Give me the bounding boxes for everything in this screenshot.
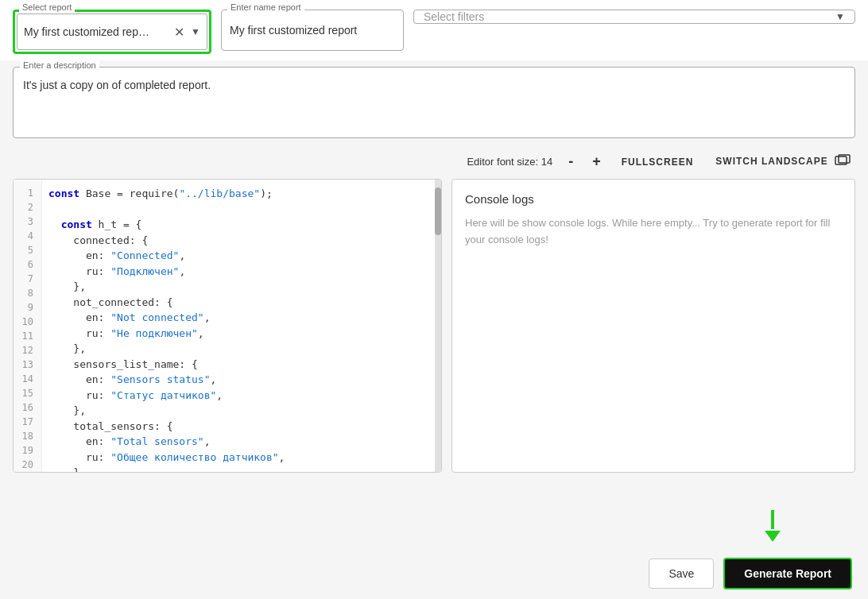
filters-field[interactable]: Select filters ▼ xyxy=(413,10,855,24)
console-panel: Console logs Here will be show console l… xyxy=(451,179,855,473)
filters-group: Select filters ▼ xyxy=(413,10,855,24)
font-decrease-button[interactable]: - xyxy=(565,153,576,170)
save-button[interactable]: Save xyxy=(649,558,714,589)
top-bar: Select report My first customized rep… ✕… xyxy=(0,0,868,60)
name-report-field[interactable]: Enter name report xyxy=(221,10,404,51)
line-numbers: 1 2 3 4 5 6 7 8 9 10 11 12 13 14 15 16 1… xyxy=(14,180,42,472)
arrow-stem xyxy=(771,510,774,529)
description-section: Enter a description It's just a copy on … xyxy=(13,67,855,138)
landscape-button[interactable]: SWITCH LANDSCAPE xyxy=(711,151,855,172)
select-report-label: Select report xyxy=(19,2,75,12)
font-increase-button[interactable]: + xyxy=(589,153,604,170)
name-report-label: Enter name report xyxy=(227,2,304,12)
select-report-group: Select report My first customized rep… ✕… xyxy=(13,10,211,54)
code-content[interactable]: const Base = require("../lib/base"); con… xyxy=(42,180,441,472)
bottom-bar: Save Generate Report xyxy=(0,548,868,599)
name-report-group: Enter name report xyxy=(221,10,404,51)
code-editor[interactable]: 1 2 3 4 5 6 7 8 9 10 11 12 13 14 15 16 1… xyxy=(13,179,442,473)
filters-arrow-icon: ▼ xyxy=(835,11,845,22)
arrow-indicator xyxy=(765,510,781,542)
landscape-icon xyxy=(835,154,851,169)
editor-toolbar: Editor font size: 14 - + FULLSCREEN SWIT… xyxy=(0,145,868,179)
select-report-value: My first customized rep… xyxy=(24,25,171,38)
arrow-down-icon xyxy=(765,531,781,542)
scroll-thumb[interactable] xyxy=(435,187,441,235)
vertical-scrollbar[interactable] xyxy=(435,180,441,472)
description-label: Enter a description xyxy=(20,60,99,70)
select-report-clear-button[interactable]: ✕ xyxy=(171,23,188,41)
select-report-field[interactable]: Select report My first customized rep… ✕… xyxy=(17,14,207,50)
generate-report-button[interactable]: Generate Report xyxy=(723,558,852,589)
font-size-label: Editor font size: 14 xyxy=(467,156,552,168)
select-report-highlight: Select report My first customized rep… ✕… xyxy=(13,10,211,54)
console-empty-message: Here will be show console logs. While he… xyxy=(465,215,842,249)
select-report-dropdown-button[interactable]: ▼ xyxy=(191,26,200,37)
main-area: 1 2 3 4 5 6 7 8 9 10 11 12 13 14 15 16 1… xyxy=(13,179,855,473)
description-text: It's just a copy on of completed report. xyxy=(23,79,211,91)
name-report-input[interactable] xyxy=(230,24,395,37)
fullscreen-button[interactable]: FULLSCREEN xyxy=(617,153,699,171)
console-title: Console logs xyxy=(465,192,842,206)
filters-placeholder: Select filters xyxy=(424,10,835,23)
